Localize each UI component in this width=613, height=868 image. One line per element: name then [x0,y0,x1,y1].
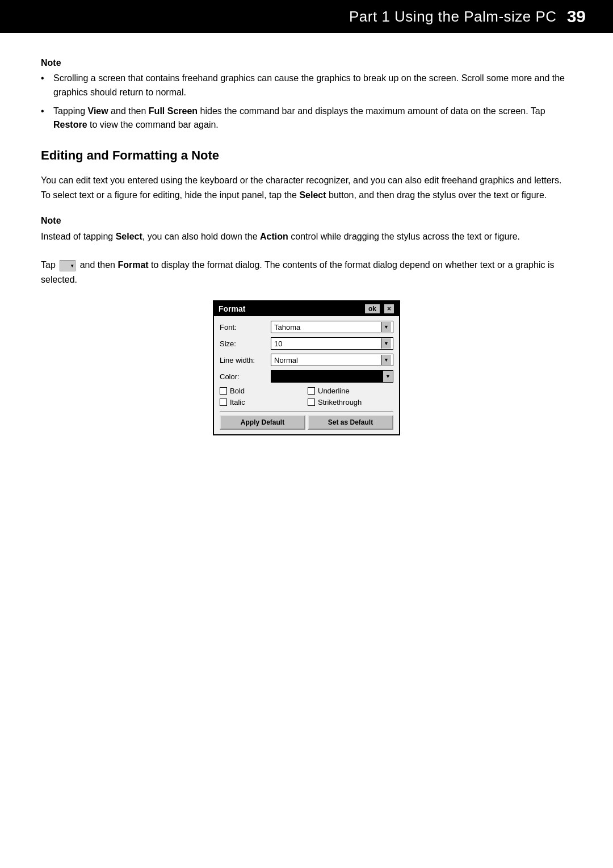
page: Part 1 Using the Palm-size PC 39 Note Sc… [0,0,613,868]
format-icon [60,260,75,271]
note-label-2: Note [41,216,572,226]
linewidth-select[interactable]: Normal ▼ [271,354,393,366]
format-dialog: Format ok × Font: Tahoma ▼ [213,300,400,435]
font-row: Font: Tahoma ▼ [220,321,393,333]
section-heading: Editing and Formatting a Note [41,148,572,163]
strikethrough-checkbox-item: Strikethrough [308,398,393,406]
linewidth-value: Normal [273,356,381,364]
apply-default-button[interactable]: Apply Default [220,415,305,430]
tap-para: Tap and then Format to display the forma… [41,258,572,287]
header-bar: Part 1 Using the Palm-size PC 39 [0,0,613,33]
size-label: Size: [220,339,271,348]
note-bullet-1: Scrolling a screen that contains freehan… [41,72,572,100]
note-bullet-list: Scrolling a screen that contains freehan… [41,72,572,132]
bold-label: Bold [230,387,245,395]
note-block-2: Note Instead of tapping Select, you can … [41,216,572,244]
linewidth-label: Line width: [220,356,271,364]
dialog-btn-row: Apply Default Set as Default [220,411,393,430]
size-value: 10 [273,339,381,348]
size-row: Size: 10 ▼ [220,337,393,350]
linewidth-row: Line width: Normal ▼ [220,354,393,366]
note2-body: Instead of tapping Select, you can also … [41,229,572,244]
dialog-body: Font: Tahoma ▼ Size: 10 ▼ [214,316,399,434]
linewidth-dropdown-arrow: ▼ [381,355,391,365]
italic-label: Italic [230,398,245,406]
dialog-wrapper: Format ok × Font: Tahoma ▼ [41,300,572,435]
dialog-titlebar: Format ok × [214,301,399,316]
underline-checkbox-item: Underline [308,387,393,395]
font-label: Font: [220,323,271,332]
underline-label: Underline [318,387,350,395]
body-para-1: You can edit text you entered using the … [41,173,572,202]
note-label-1: Note [41,58,572,68]
dialog-titlebar-right: ok × [364,304,394,314]
color-dropdown-arrow: ▼ [383,371,393,382]
underline-checkbox[interactable] [308,387,315,395]
page-number: 39 [567,7,586,26]
size-select[interactable]: 10 ▼ [271,337,393,350]
bold-checkbox-item: Bold [220,387,305,395]
color-row: Color: ▼ [220,370,393,383]
note-bullet-2: Tapping View and then Full Screen hides … [41,104,572,133]
strikethrough-label: Strikethrough [318,398,362,406]
font-select[interactable]: Tahoma ▼ [271,321,393,333]
set-as-default-button[interactable]: Set as Default [308,415,393,430]
size-dropdown-arrow: ▼ [381,338,391,349]
note-block-1: Note Scrolling a screen that contains fr… [41,58,572,132]
color-label: Color: [220,372,271,381]
dialog-close-button[interactable]: × [384,304,394,314]
dialog-ok-button[interactable]: ok [364,304,380,314]
italic-checkbox-item: Italic [220,398,305,406]
font-dropdown-arrow: ▼ [381,322,391,332]
strikethrough-checkbox[interactable] [308,399,315,406]
color-select[interactable]: ▼ [271,370,393,383]
checkbox-grid: Bold Underline Italic Strikethrough [220,387,393,406]
italic-checkbox[interactable] [220,399,227,406]
color-fill [271,371,383,382]
bold-checkbox[interactable] [220,387,227,395]
main-content: Note Scrolling a screen that contains fr… [0,33,613,492]
font-value: Tahoma [273,323,381,332]
dialog-title: Format [219,304,245,313]
header-title: Part 1 Using the Palm-size PC [349,8,557,26]
